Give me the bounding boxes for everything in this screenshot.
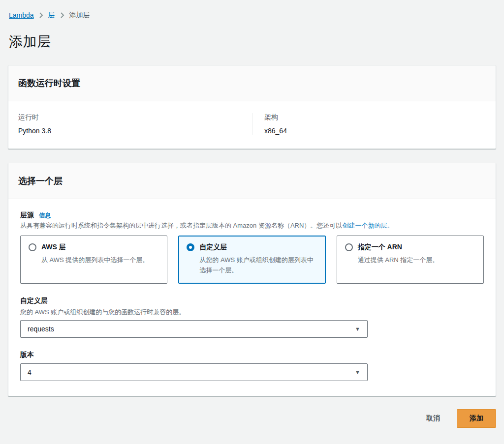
create-new-layer-link[interactable]: 创建一个新的层。 bbox=[342, 222, 393, 229]
radio-icon[interactable] bbox=[187, 243, 194, 251]
custom-layer-select[interactable]: requests ▼ bbox=[20, 320, 368, 338]
runtime-label: 运行时 bbox=[18, 113, 242, 122]
footer-actions: 取消 添加 bbox=[8, 409, 496, 428]
dropdown-arrow-icon: ▼ bbox=[355, 326, 360, 332]
architecture-label: 架构 bbox=[264, 113, 486, 122]
architecture-column: 架构 x86_64 bbox=[252, 113, 496, 135]
radio-icon[interactable] bbox=[29, 243, 36, 251]
option-description: 从您的 AWS 账户或组织创建的层列表中选择一个层。 bbox=[199, 255, 317, 275]
page-title: 添加层 bbox=[9, 32, 496, 51]
choose-layer-card: 选择一个层 层源 信息 从具有兼容的运行时系统和指令集架构的层中进行选择，或者指… bbox=[8, 163, 496, 396]
breadcrumb-link-lambda[interactable]: Lambda bbox=[9, 11, 34, 19]
choose-layer-title: 选择一个层 bbox=[18, 175, 486, 187]
layer-source-option-aws[interactable]: AWS 层 从 AWS 提供的层列表中选择一个层。 bbox=[20, 236, 167, 284]
version-select[interactable]: 4 ▼ bbox=[20, 363, 368, 381]
cancel-button[interactable]: 取消 bbox=[424, 410, 442, 427]
option-head: 指定一个 ARN bbox=[345, 243, 475, 252]
dropdown-arrow-icon: ▼ bbox=[355, 370, 360, 375]
breadcrumb-separator-icon bbox=[39, 12, 43, 18]
option-label: AWS 层 bbox=[41, 243, 66, 252]
choose-layer-header: 选择一个层 bbox=[8, 163, 496, 199]
option-head: 自定义层 bbox=[187, 243, 317, 252]
version-group: 版本 4 ▼ bbox=[20, 351, 484, 381]
runtime-settings-header: 函数运行时设置 bbox=[8, 65, 496, 101]
layer-source-options: AWS 层 从 AWS 提供的层列表中选择一个层。 自定义层 从您的 AWS 账… bbox=[20, 236, 484, 284]
breadcrumb-separator-icon bbox=[60, 12, 64, 18]
info-link[interactable]: 信息 bbox=[39, 211, 51, 220]
option-head: AWS 层 bbox=[29, 243, 159, 252]
architecture-value: x86_64 bbox=[264, 127, 486, 135]
runtime-settings-title: 函数运行时设置 bbox=[18, 77, 486, 89]
add-layer-page: Lambda 层 添加层 添加层 函数运行时设置 运行时 Python 3.8 … bbox=[0, 0, 504, 436]
layer-source-description-text: 从具有兼容的运行时系统和指令集架构的层中进行选择，或者指定层版本的 Amazon… bbox=[20, 222, 342, 229]
custom-layer-group: 自定义层 您的 AWS 账户或组织创建的与您的函数运行时兼容的层。 reques… bbox=[20, 296, 484, 338]
breadcrumb-link-layers[interactable]: 层 bbox=[48, 11, 55, 20]
runtime-settings-body: 运行时 Python 3.8 架构 x86_64 bbox=[8, 101, 496, 148]
version-select-value: 4 bbox=[28, 368, 32, 376]
option-description: 从 AWS 提供的层列表中选择一个层。 bbox=[41, 255, 159, 265]
custom-layer-select-value: requests bbox=[28, 325, 54, 333]
version-label: 版本 bbox=[20, 351, 484, 359]
add-button[interactable]: 添加 bbox=[457, 409, 496, 428]
option-description: 通过提供 ARN 指定一个层。 bbox=[358, 255, 475, 265]
option-label: 指定一个 ARN bbox=[358, 243, 402, 252]
option-label: 自定义层 bbox=[199, 243, 227, 252]
radio-icon[interactable] bbox=[345, 243, 353, 251]
layer-source-label: 层源 bbox=[20, 211, 34, 220]
layer-source-option-arn[interactable]: 指定一个 ARN 通过提供 ARN 指定一个层。 bbox=[337, 236, 484, 284]
layer-source-option-custom[interactable]: 自定义层 从您的 AWS 账户或组织创建的层列表中选择一个层。 bbox=[178, 236, 325, 284]
choose-layer-body: 层源 信息 从具有兼容的运行时系统和指令集架构的层中进行选择，或者指定层版本的 … bbox=[8, 199, 496, 396]
breadcrumb: Lambda 层 添加层 bbox=[9, 11, 496, 20]
layer-source-label-row: 层源 信息 bbox=[20, 211, 484, 220]
custom-layer-label: 自定义层 bbox=[20, 296, 484, 305]
runtime-column: 运行时 Python 3.8 bbox=[8, 113, 252, 135]
breadcrumb-current: 添加层 bbox=[69, 11, 90, 20]
custom-layer-description: 您的 AWS 账户或组织创建的与您的函数运行时兼容的层。 bbox=[20, 307, 484, 317]
runtime-settings-card: 函数运行时设置 运行时 Python 3.8 架构 x86_64 bbox=[8, 65, 496, 149]
runtime-value: Python 3.8 bbox=[18, 127, 242, 135]
layer-source-description: 从具有兼容的运行时系统和指令集架构的层中进行选择，或者指定层版本的 Amazon… bbox=[20, 221, 484, 231]
